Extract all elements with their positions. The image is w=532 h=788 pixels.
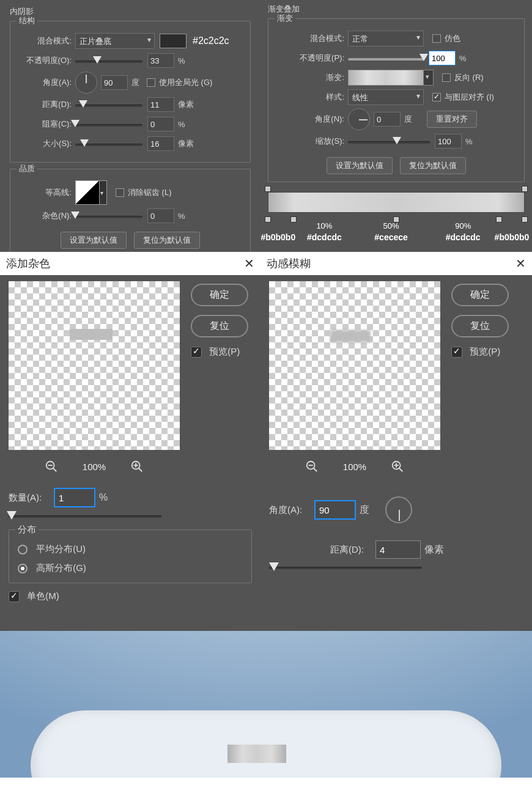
close-icon[interactable]: ✕	[515, 256, 526, 271]
set-default-button[interactable]: 设置为默认值	[61, 232, 127, 249]
go-set-default-button[interactable]: 设置为默认值	[327, 157, 393, 174]
go-angle-input[interactable]	[374, 112, 401, 127]
shadow-color-hex: #2c2c2c	[193, 35, 229, 46]
distance-label: 距离(D):	[17, 99, 75, 110]
opacity-slider[interactable]	[75, 56, 142, 65]
dither-label: 仿色	[445, 33, 460, 44]
go-opacity-input[interactable]	[429, 51, 456, 65]
choke-slider[interactable]	[75, 120, 142, 128]
close-icon[interactable]: ✕	[244, 256, 254, 271]
scale-label: 缩放(S):	[275, 136, 348, 147]
align-label: 与图层对齐 (I)	[445, 92, 494, 103]
scale-slider[interactable]	[348, 137, 430, 145]
mb-angle-dial[interactable]	[385, 496, 412, 523]
svg-line-11	[399, 468, 403, 472]
mono-label: 单色(M)	[27, 591, 59, 601]
stop1-hex: #dcdcdc	[307, 232, 342, 242]
dither-checkbox[interactable]	[432, 34, 441, 43]
reverse-checkbox[interactable]	[442, 73, 451, 82]
mb-preview-area[interactable]	[269, 281, 440, 450]
mb-angle-input[interactable]	[314, 500, 356, 520]
opacity-input[interactable]	[147, 53, 174, 68]
gaussian-label: 高斯分布(G)	[36, 562, 86, 573]
shadow-color-swatch[interactable]	[160, 34, 187, 48]
mb-angle-unit: 度	[356, 504, 369, 517]
size-input[interactable]	[147, 136, 174, 151]
preview-label: 预览(P)	[209, 346, 240, 356]
distribution-label: 分布	[15, 524, 39, 536]
go-blend-mode-label: 混合模式:	[275, 33, 348, 44]
stop3-pct: 90%	[446, 221, 481, 232]
align-checkbox[interactable]	[432, 93, 441, 101]
amount-input[interactable]	[54, 488, 95, 507]
use-global-light-checkbox[interactable]	[147, 78, 155, 87]
svg-line-8	[314, 468, 317, 472]
reset-button[interactable]: 复位	[191, 315, 248, 337]
preview-checkbox[interactable]	[191, 347, 202, 358]
angle-dial[interactable]	[75, 72, 97, 94]
go-opacity-unit: %	[456, 54, 467, 63]
contour-dropdown-icon[interactable]	[100, 180, 107, 205]
amount-unit: %	[95, 492, 108, 503]
scale-unit: %	[462, 137, 473, 146]
structure-label: 结构	[17, 15, 37, 26]
svg-line-1	[53, 468, 57, 472]
zoom-in-icon[interactable]	[391, 460, 404, 473]
result-render	[0, 631, 532, 778]
go-angle-label: 角度(N):	[275, 114, 348, 125]
preview-area[interactable]	[9, 281, 180, 450]
uniform-radio[interactable]	[18, 545, 28, 554]
go-angle-unit: 度	[401, 114, 412, 125]
reset-default-button[interactable]: 复位为默认值	[134, 232, 200, 249]
gradient-dropdown-icon[interactable]	[424, 70, 434, 86]
scale-input[interactable]	[435, 134, 462, 149]
choke-input[interactable]	[147, 117, 174, 131]
ok-button[interactable]: 确定	[191, 284, 248, 306]
distance-unit: 像素	[174, 99, 194, 110]
contour-label: 等高线:	[17, 187, 75, 198]
angle-label: 角度(A):	[17, 77, 75, 88]
zoom-level: 100%	[83, 462, 106, 472]
antialias-checkbox[interactable]	[116, 188, 124, 197]
contour-picker[interactable]	[75, 180, 100, 205]
gradient-section-label: 渐变	[275, 13, 295, 24]
angle-input[interactable]	[101, 75, 128, 90]
noise-slider[interactable]	[75, 212, 142, 220]
go-blend-mode-select[interactable]: 正常	[348, 31, 424, 46]
go-reset-default-button[interactable]: 复位为默认值	[400, 157, 466, 174]
stop3-hex: #dcdcdc	[446, 232, 481, 242]
reset-align-button[interactable]: 重置对齐	[427, 111, 477, 128]
go-opacity-label: 不透明度(P):	[275, 53, 348, 64]
mb-distance-slider[interactable]	[269, 564, 422, 572]
amount-slider[interactable]	[9, 512, 161, 521]
gradient-swatch[interactable]	[348, 70, 424, 86]
go-angle-dial[interactable]	[348, 108, 370, 130]
mb-distance-input[interactable]	[375, 540, 421, 559]
metal-bar	[227, 745, 286, 763]
mb-ok-button[interactable]: 确定	[451, 284, 509, 306]
mb-distance-label: 距离(D):	[330, 544, 375, 556]
zoom-out-icon[interactable]	[45, 460, 58, 473]
distance-slider[interactable]	[75, 100, 142, 109]
mb-reset-button[interactable]: 复位	[451, 315, 509, 337]
distance-input[interactable]	[147, 97, 174, 112]
zoom-out-icon[interactable]	[305, 460, 319, 473]
antialias-label: 消除锯齿 (L)	[128, 187, 172, 198]
blend-mode-select[interactable]: 正片叠底	[75, 33, 155, 49]
stop4-hex: #b0b0b0	[495, 232, 530, 242]
reverse-label: 反向 (R)	[454, 72, 484, 83]
go-opacity-slider[interactable]	[348, 54, 424, 62]
style-select[interactable]: 线性	[348, 89, 424, 105]
zoom-in-icon[interactable]	[130, 460, 144, 473]
size-slider[interactable]	[75, 139, 142, 148]
stop2-pct: 50%	[374, 221, 408, 232]
gradient-bar[interactable]	[268, 188, 525, 221]
gaussian-radio[interactable]	[18, 564, 28, 573]
svg-line-4	[139, 468, 142, 472]
mono-checkbox[interactable]	[9, 591, 20, 602]
inner-shadow-title: 内阴影	[6, 5, 254, 17]
size-label: 大小(S):	[17, 138, 75, 149]
mb-preview-checkbox[interactable]	[451, 347, 462, 358]
size-unit: 像素	[174, 138, 194, 149]
noise-input[interactable]	[147, 208, 174, 223]
